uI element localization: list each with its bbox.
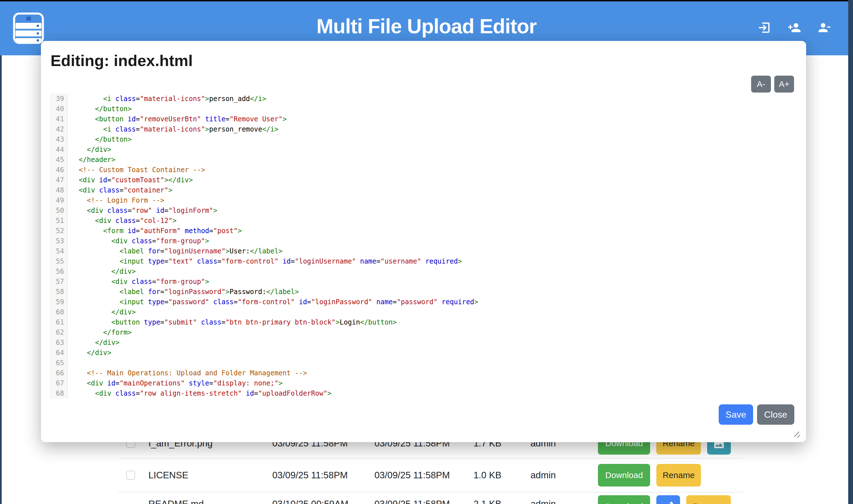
line-number: 45: [50, 155, 68, 165]
window-right-edge: [848, 0, 853, 504]
line-number: 52: [50, 226, 68, 236]
code-line: 52 <form id="authForm" method="post">: [50, 226, 789, 236]
code-line: 45 </header>: [50, 155, 789, 165]
code-text[interactable]: <input type="text" class="form-control" …: [68, 256, 462, 266]
code-text[interactable]: </div>: [68, 144, 111, 155]
page-title: Multi File Upload Editor: [0, 15, 853, 38]
file-owner: admin: [530, 470, 556, 481]
code-text[interactable]: </button>: [68, 104, 132, 114]
rename-button[interactable]: Rename: [686, 495, 730, 504]
file-owner: admin: [530, 499, 556, 504]
created-date: 03/09/25 11:58PM: [375, 470, 450, 481]
code-line: 46 <!-- Custom Toast Container -->: [50, 165, 789, 175]
code-line: 40 </button>: [50, 104, 789, 114]
code-line: 48 <div class="container">: [50, 185, 789, 195]
code-line: 39 <i class="material-icons">person_add<…: [50, 94, 789, 104]
code-text[interactable]: <!-- Login Form -->: [68, 195, 164, 205]
code-text[interactable]: </header>: [68, 155, 115, 165]
created-date: 03/09/25 11:58PM: [375, 499, 450, 504]
line-number: 47: [50, 175, 68, 185]
row-actions: DownloadRename: [598, 464, 701, 486]
resize-handle-icon[interactable]: [791, 428, 801, 439]
table-row: README.md03/10/25 00:59AM03/09/25 11:58P…: [119, 492, 743, 504]
line-number: 42: [50, 124, 68, 134]
edit-file-modal: Editing: index.html A- A+ 39 <i class="m…: [41, 41, 806, 442]
row-checkbox[interactable]: [126, 471, 135, 480]
code-text[interactable]: <label for="loginPassword">Password:</la…: [68, 287, 299, 297]
rename-button[interactable]: Rename: [656, 464, 701, 486]
line-number: 39: [50, 94, 68, 104]
code-line: 54 <label for="loginUsername">User:</lab…: [50, 246, 789, 256]
font-increase-button[interactable]: A+: [774, 76, 794, 93]
person-remove-icon: [817, 21, 831, 34]
row-actions: DownloadRename: [598, 495, 731, 504]
code-text[interactable]: <!-- Main Operations: Upload and Folder …: [68, 368, 307, 378]
code-text[interactable]: <div class="col-12">: [68, 216, 177, 226]
pencil-icon: [662, 500, 675, 504]
code-text[interactable]: <div class="form-group">: [68, 276, 209, 287]
file-size: 2.1 KB: [473, 499, 502, 504]
line-number: 59: [50, 297, 68, 307]
code-text[interactable]: <button type="submit" class="btn btn-pri…: [68, 317, 397, 327]
line-number: 65: [50, 358, 68, 368]
save-button[interactable]: Save: [719, 404, 753, 425]
code-line: 67 <div id="mainOperations" style="displ…: [50, 378, 789, 388]
code-text[interactable]: <div id="mainOperations" style="display:…: [68, 378, 283, 388]
add-user-button[interactable]: [787, 21, 801, 34]
code-line: 64 </div>: [50, 348, 789, 358]
code-text[interactable]: </div>: [68, 307, 136, 317]
person-add-icon: [787, 21, 801, 34]
download-button[interactable]: Download: [598, 495, 650, 504]
code-text[interactable]: <input type="password" class="form-contr…: [68, 297, 478, 307]
line-number: 66: [50, 368, 68, 378]
code-line: 59 <input type="password" class="form-co…: [50, 297, 789, 307]
line-number: 56: [50, 266, 68, 276]
code-text[interactable]: </form>: [68, 327, 132, 338]
code-text[interactable]: <button id="removeUserBtn" title="Remove…: [68, 114, 287, 124]
code-line: 56 </div>: [50, 266, 789, 276]
download-button[interactable]: Download: [598, 464, 650, 486]
line-number: 57: [50, 276, 68, 287]
code-line: 63 </div>: [50, 338, 789, 348]
code-text[interactable]: </div>: [68, 338, 119, 348]
code-text[interactable]: </button>: [68, 134, 132, 144]
code-line: 57 <div class="form-group">: [50, 276, 789, 287]
code-line: 43 </button>: [50, 134, 789, 144]
modal-actions: Save Close: [719, 404, 794, 425]
window-left-edge: [0, 55, 2, 504]
line-number: 50: [50, 205, 68, 216]
remove-user-button[interactable]: [817, 21, 831, 34]
line-number: 62: [50, 327, 68, 338]
logout-button[interactable]: [758, 21, 771, 34]
font-decrease-button[interactable]: A-: [751, 76, 771, 93]
modified-date: 03/10/25 00:59AM: [272, 499, 348, 504]
code-text[interactable]: <div id="customToast"></div>: [68, 175, 193, 185]
line-number: 54: [50, 246, 68, 256]
code-editor[interactable]: 39 <i class="material-icons">person_add<…: [50, 94, 789, 398]
edit-button[interactable]: [656, 495, 680, 504]
code-text[interactable]: <div class="form-group">: [68, 236, 209, 246]
line-number: 48: [50, 185, 68, 195]
file-size: 1.0 KB: [473, 470, 502, 481]
code-line: 62 </form>: [50, 327, 789, 338]
code-text[interactable]: <div class="row" id="loginForm">: [68, 205, 217, 216]
table-row: LICENSE03/09/25 11:58PM03/09/25 11:58PM1…: [119, 458, 743, 492]
code-line: 61 <button type="submit" class="btn btn-…: [50, 317, 789, 327]
code-text[interactable]: <!-- Custom Toast Container -->: [68, 165, 205, 175]
code-text[interactable]: </div>: [68, 348, 111, 358]
code-text[interactable]: <label for="loginUsername">User:</label>: [68, 246, 283, 256]
code-text[interactable]: <div class="container">: [68, 185, 173, 195]
logout-icon: [758, 21, 771, 34]
close-button[interactable]: Close: [757, 404, 794, 425]
code-line: 58 <label for="loginPassword">Password:<…: [50, 287, 789, 297]
code-text[interactable]: [68, 358, 71, 368]
code-text[interactable]: <div class="row align-items-stretch" id=…: [68, 388, 331, 398]
code-line: 50 <div class="row" id="loginForm">: [50, 205, 789, 216]
code-text[interactable]: <i class="material-icons">person_add</i>: [68, 94, 266, 104]
line-number: 68: [50, 388, 68, 398]
code-line: 47 <div id="customToast"></div>: [50, 175, 789, 185]
code-line: 66 <!-- Main Operations: Upload and Fold…: [50, 368, 789, 378]
code-text[interactable]: <i class="material-icons">person_remove<…: [68, 124, 278, 134]
code-text[interactable]: <form id="authForm" method="post">: [68, 226, 242, 236]
code-text[interactable]: </div>: [68, 266, 136, 276]
